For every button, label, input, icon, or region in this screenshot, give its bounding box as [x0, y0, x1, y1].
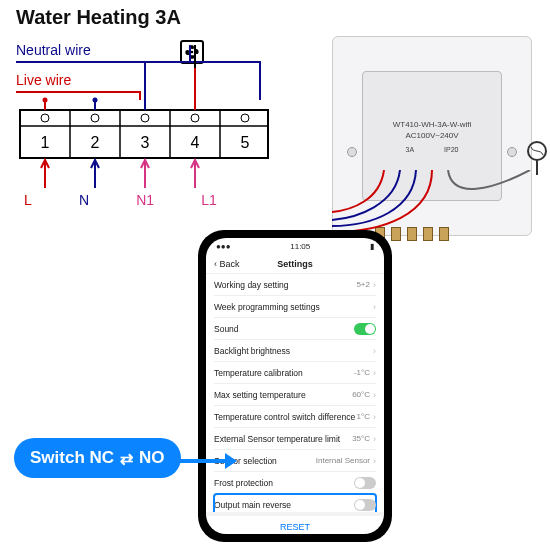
device-voltage: AC100V~240V	[405, 131, 458, 140]
phone-frame: ●●● 11:05 ▮ ‹ Back Settings Working day …	[198, 230, 392, 542]
svg-text:4: 4	[191, 134, 200, 151]
swap-icon: ⇄	[120, 449, 133, 468]
svg-point-18	[43, 98, 48, 103]
svg-text:3: 3	[141, 134, 150, 151]
svg-text:1: 1	[41, 134, 50, 151]
callout-prefix: Switch NC	[30, 448, 114, 468]
phone-screen: ●●● 11:05 ▮ ‹ Back Settings Working day …	[206, 238, 384, 534]
svg-point-10	[191, 114, 199, 122]
device-model: WT410-WH-3A-W-wifi	[393, 120, 472, 129]
chevron-right-icon: ›	[373, 302, 376, 312]
chevron-right-icon: ›	[373, 434, 376, 444]
chevron-right-icon: ›	[373, 412, 376, 422]
setting-row[interactable]: Sensor selectionInternal Sensor›	[214, 450, 376, 472]
setting-label: External Sensor temperature limit	[214, 434, 340, 444]
svg-point-11	[241, 114, 249, 122]
svg-point-9	[141, 114, 149, 122]
toggle-switch[interactable]	[354, 499, 376, 511]
setting-label: Max setting temperature	[214, 390, 306, 400]
terminal-l1: L1	[201, 192, 217, 208]
svg-point-20	[93, 98, 98, 103]
toggle-switch[interactable]	[354, 323, 376, 335]
back-button[interactable]: ‹ Back	[214, 259, 240, 269]
chevron-right-icon: ›	[373, 368, 376, 378]
setting-label: Backlight brightness	[214, 346, 290, 356]
status-signal: ●●●	[216, 242, 231, 251]
setting-row[interactable]: Temperature control switch difference1°C…	[214, 406, 376, 428]
setting-row[interactable]: Week programming settings›	[214, 296, 376, 318]
reset-button[interactable]: RESET	[206, 512, 384, 534]
svg-point-8	[91, 114, 99, 122]
setting-label: Week programming settings	[214, 302, 320, 312]
terminal-n: N	[79, 192, 89, 208]
setting-value: 1°C	[357, 412, 370, 421]
svg-text:2: 2	[91, 134, 100, 151]
setting-row[interactable]: Max setting temperature60°C›	[214, 384, 376, 406]
callout-arrow-icon	[177, 450, 237, 472]
setting-label: Temperature control switch difference	[214, 412, 355, 422]
setting-row[interactable]: Frost protection	[214, 472, 376, 494]
setting-row[interactable]: Temperature calibration-1°C›	[214, 362, 376, 384]
status-bar: ●●● 11:05 ▮	[206, 238, 384, 254]
callout-bubble: Switch NC ⇄ NO	[14, 438, 181, 478]
setting-value: -1°C	[354, 368, 370, 377]
callout-suffix: NO	[139, 448, 165, 468]
terminal-labels: L N N1 L1	[24, 192, 264, 208]
setting-row[interactable]: External Sensor temperature limit35°C›	[214, 428, 376, 450]
chevron-right-icon: ›	[373, 280, 376, 290]
battery-icon: ▮	[370, 242, 374, 251]
nav-bar: ‹ Back Settings	[206, 254, 384, 274]
svg-text:5: 5	[241, 134, 250, 151]
setting-value: Internal Sensor	[316, 456, 370, 465]
setting-row[interactable]: Sound	[214, 318, 376, 340]
chevron-right-icon: ›	[373, 346, 376, 356]
toggle-switch[interactable]	[354, 477, 376, 489]
terminal-l: L	[24, 192, 32, 208]
setting-value: 5+2	[356, 280, 370, 289]
page-title: Water Heating 3A	[16, 6, 181, 29]
terminal-n1: N1	[136, 192, 154, 208]
setting-label: Output main reverse	[214, 500, 291, 510]
setting-label: Working day setting	[214, 280, 289, 290]
screen-title: Settings	[277, 259, 313, 269]
setting-label: Temperature calibration	[214, 368, 303, 378]
setting-row[interactable]: Output main reverse	[214, 494, 376, 512]
chevron-right-icon: ›	[373, 390, 376, 400]
settings-list[interactable]: Working day setting5+2›Week programming …	[206, 274, 384, 512]
status-time: 11:05	[290, 242, 310, 251]
setting-row[interactable]: Working day setting5+2›	[214, 274, 376, 296]
setting-row[interactable]: Backlight brightness›	[214, 340, 376, 362]
chevron-right-icon: ›	[373, 456, 376, 466]
setting-value: 60°C	[352, 390, 370, 399]
wiring-diagram: 1 2 3 4 5	[10, 40, 295, 240]
setting-label: Frost protection	[214, 478, 273, 488]
setting-label: Sound	[214, 324, 239, 334]
svg-point-7	[41, 114, 49, 122]
setting-value: 35°C	[352, 434, 370, 443]
